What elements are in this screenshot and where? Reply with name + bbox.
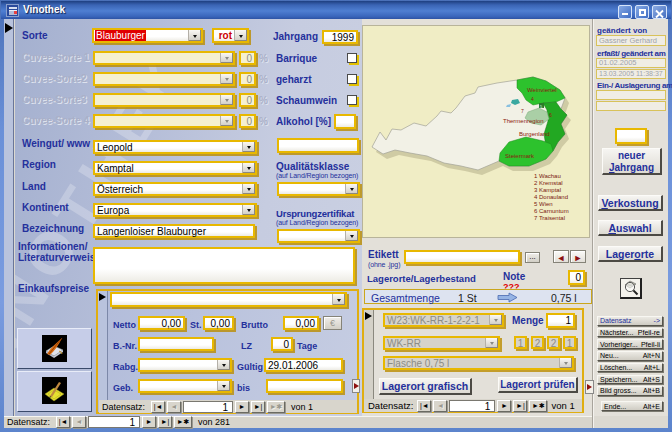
svg-text:7: 7 <box>521 108 524 114</box>
svg-text:3 Kamptal: 3 Kamptal <box>534 187 561 193</box>
svg-text:Weinviertel: Weinviertel <box>527 87 557 93</box>
svg-text:Steiermark: Steiermark <box>505 153 535 159</box>
svg-text:1 Wachau: 1 Wachau <box>534 173 561 179</box>
svg-text:Thermenregion: Thermenregion <box>503 118 544 124</box>
svg-text:4 Donauland: 4 Donauland <box>534 194 568 200</box>
svg-text:Burgenland: Burgenland <box>519 131 550 137</box>
svg-text:7 Traisental: 7 Traisental <box>534 215 565 221</box>
svg-text:6 Carnuntum: 6 Carnuntum <box>534 208 569 214</box>
svg-text:5 Wien: 5 Wien <box>534 201 553 207</box>
svg-text:6: 6 <box>549 112 552 118</box>
svg-text:4: 4 <box>531 96 534 102</box>
svg-text:2 Kremstal: 2 Kremstal <box>534 180 563 186</box>
